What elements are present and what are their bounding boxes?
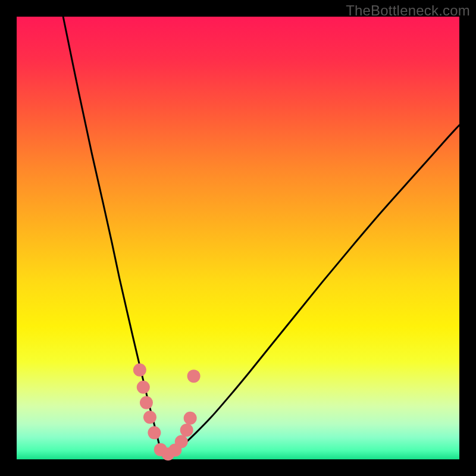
curve-right-branch (163, 125, 459, 456)
marker-point (140, 396, 153, 409)
marker-point (187, 369, 201, 383)
chart-frame: TheBottleneck.com (0, 0, 476, 476)
marker-point (184, 412, 197, 425)
marker-point (175, 435, 188, 448)
marker-point (133, 364, 146, 377)
bottleneck-curve (17, 17, 459, 459)
marker-point (180, 424, 193, 437)
marker-point (137, 381, 150, 394)
plot-area (17, 17, 459, 459)
marker-point (148, 426, 161, 439)
marker-point (143, 411, 156, 424)
